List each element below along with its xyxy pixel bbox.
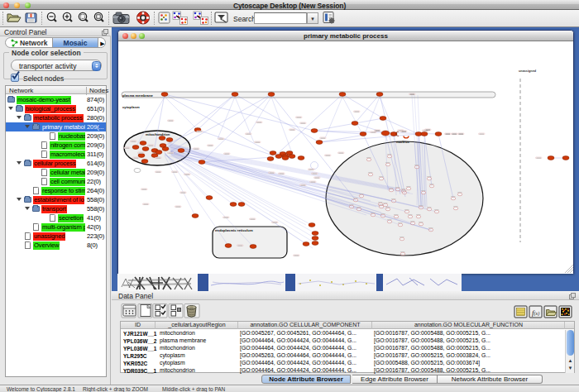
svg-text:unassigned: unassigned xyxy=(519,69,537,73)
svg-text:plasma membrane: plasma membrane xyxy=(122,93,153,98)
svg-text:endoplasmic reticulum: endoplasmic reticulum xyxy=(215,228,253,232)
svg-text:cytoplasm: cytoplasm xyxy=(122,105,140,109)
svg-text:nucleus: nucleus xyxy=(396,140,409,144)
svg-text:mitochondrion: mitochondrion xyxy=(146,132,170,136)
